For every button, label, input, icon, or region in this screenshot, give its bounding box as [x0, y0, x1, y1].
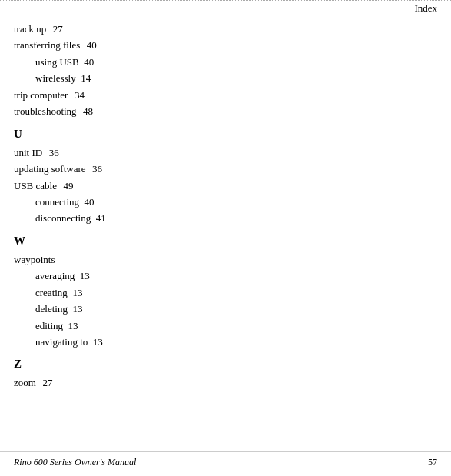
entry-term: unit ID: [14, 145, 48, 161]
list-item: using USB 40: [14, 54, 437, 70]
list-item: track up 27: [14, 21, 437, 37]
entry-term: transferring files: [14, 37, 85, 53]
entry-page: 13: [68, 318, 78, 334]
entry-page: 48: [83, 103, 93, 119]
list-item: waypoints: [14, 251, 437, 268]
list-item: wirelessly 14: [14, 70, 437, 86]
entry-page: 36: [92, 161, 102, 177]
entry-term: creating: [35, 285, 72, 301]
entry-page: 34: [75, 87, 85, 103]
entry-term: disconnecting: [35, 210, 96, 226]
entry-term: waypoints: [14, 251, 55, 268]
entry-term: wirelessly: [35, 70, 81, 86]
entry-term: connecting: [35, 194, 85, 210]
list-item: navigating to 13: [14, 334, 437, 350]
entry-page: 27: [53, 21, 63, 37]
list-item: deleting 13: [14, 301, 437, 317]
entry-page: 13: [93, 334, 103, 350]
entry-page: 40: [87, 37, 97, 53]
list-item: zoom 27: [14, 374, 437, 391]
entry-term: troubleshooting: [14, 103, 81, 119]
header-row: Index: [0, 1, 451, 18]
entry-term: USB cable: [14, 178, 61, 194]
entry-page: 40: [84, 54, 94, 70]
entry-term: trip computer: [14, 87, 73, 103]
entry-page: 49: [63, 178, 73, 194]
footer-manual-title: Rino 600 Series Owner's Manual: [14, 457, 136, 468]
page-title: Index: [414, 2, 437, 15]
list-item: creating 13: [14, 285, 437, 301]
section-letter-w: W: [14, 231, 437, 250]
list-item: troubleshooting 48: [14, 103, 437, 119]
entry-term: navigating to: [35, 334, 93, 350]
list-item: trip computer 34: [14, 87, 437, 103]
list-item: editing 13: [14, 318, 437, 334]
entry-page: 27: [42, 374, 52, 391]
entry-page: 13: [72, 285, 82, 301]
entry-term: track up: [14, 21, 51, 37]
entry-term: editing: [35, 318, 68, 334]
list-item: transferring files 40: [14, 37, 437, 53]
entry-page: 41: [96, 210, 106, 226]
list-item: averaging 13: [14, 268, 437, 284]
entry-page: 13: [80, 268, 90, 284]
entry-page: 14: [81, 70, 91, 86]
list-item: unit ID 36: [14, 145, 437, 161]
entry-term: using USB: [35, 54, 84, 70]
section-letter-z: Z: [14, 355, 437, 373]
entry-page: 40: [85, 194, 95, 210]
entry-term: deleting: [35, 301, 72, 317]
entry-page: 13: [72, 301, 82, 317]
entry-page: 36: [49, 145, 59, 161]
list-item: updating software 36: [14, 161, 437, 177]
page-container: Index track up 27 transferring files 40 …: [0, 0, 451, 476]
entry-term: updating software: [14, 161, 91, 177]
entry-term: zoom: [14, 374, 41, 391]
content-area: track up 27 transferring files 40 using …: [0, 18, 451, 391]
list-item: disconnecting 41: [14, 210, 437, 226]
list-item: connecting 40: [14, 194, 437, 210]
footer-page-number: 57: [428, 457, 437, 468]
entry-term: averaging: [35, 268, 80, 284]
footer: Rino 600 Series Owner's Manual 57: [0, 451, 451, 468]
list-item: USB cable 49: [14, 178, 437, 194]
section-letter-u: U: [14, 125, 437, 143]
